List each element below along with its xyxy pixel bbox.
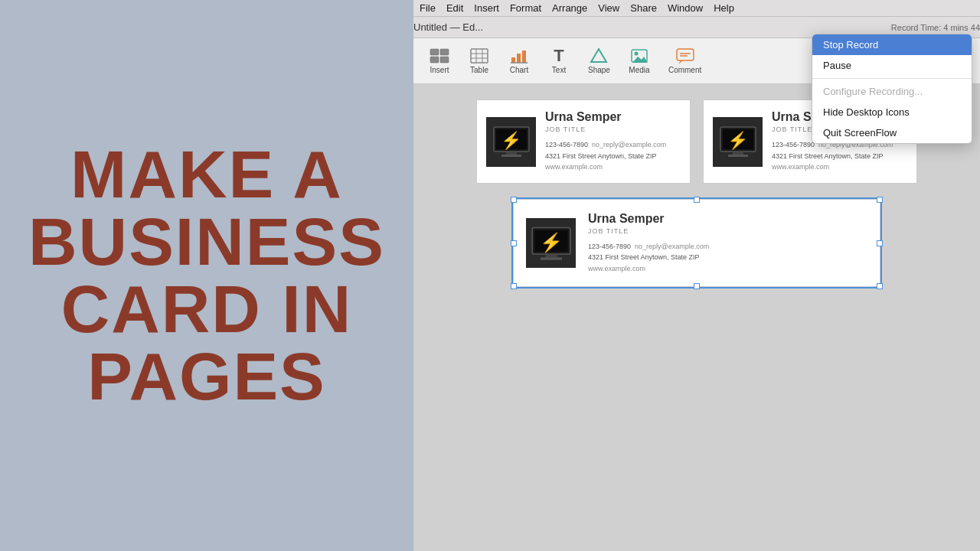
- menu-arrange[interactable]: Arrange: [552, 2, 587, 14]
- card-info-selected: Urna Semper JOB TITLE 123-456-7890 no_re…: [588, 212, 867, 274]
- tutorial-panel: MAKE A BUSINESS CARD IN PAGES: [0, 0, 413, 551]
- handle-bottom-right[interactable]: [877, 283, 883, 289]
- shape-icon: [588, 47, 609, 64]
- card-name-1: Urna Semper: [545, 110, 681, 124]
- card-logo-1: ⚡: [486, 117, 536, 167]
- svg-rect-31: [545, 254, 557, 257]
- chart-label: Chart: [510, 66, 528, 74]
- svg-rect-28: [728, 155, 748, 157]
- pages-app: File Edit Insert Format Arrange View Sha…: [413, 0, 980, 551]
- lightning-icon-1: ⚡: [501, 131, 521, 151]
- menu-edit[interactable]: Edit: [446, 2, 463, 14]
- svg-rect-2: [430, 57, 439, 63]
- menu-share[interactable]: Share: [630, 2, 657, 14]
- svg-rect-27: [733, 152, 743, 155]
- handle-top-center[interactable]: [694, 197, 700, 203]
- media-icon: [629, 47, 650, 64]
- svg-rect-4: [471, 49, 488, 63]
- shape-button[interactable]: Shape: [582, 44, 616, 77]
- separator-1: [812, 78, 972, 79]
- table-button[interactable]: Table: [462, 44, 496, 77]
- text-button[interactable]: T Text: [542, 44, 576, 77]
- card-info-1: Urna Semper JOB TITLE 123-456-7890 no_re…: [545, 110, 681, 172]
- card-name-selected: Urna Semper: [588, 212, 867, 226]
- comment-button[interactable]: Comment: [662, 44, 707, 77]
- svg-rect-0: [430, 49, 439, 55]
- menu-insert[interactable]: Insert: [474, 2, 499, 14]
- stop-record-label: Stop Record: [823, 39, 878, 51]
- svg-rect-1: [440, 49, 449, 55]
- pause-label: Pause: [823, 60, 851, 71]
- svg-marker-16: [632, 57, 648, 63]
- hide-icons-label: Hide Desktop Icons: [823, 106, 910, 118]
- svg-marker-18: [678, 60, 683, 64]
- svg-rect-23: [506, 152, 517, 155]
- menu-file[interactable]: File: [420, 2, 436, 14]
- configure-label: Configure Recording...: [823, 86, 923, 97]
- svg-rect-17: [677, 49, 694, 60]
- handle-middle-left[interactable]: [511, 240, 517, 246]
- record-time: Record Time: 4 mins 44: [891, 23, 980, 32]
- card-details-1: 123-456-7890 no_reply@example.com 4321 F…: [545, 139, 681, 172]
- lightning-icon-selected: ⚡: [540, 232, 563, 253]
- media-label: Media: [629, 66, 649, 74]
- svg-rect-10: [517, 54, 521, 63]
- handle-middle-right[interactable]: [877, 240, 883, 246]
- handle-top-right[interactable]: [877, 197, 883, 203]
- card-job-title-1: JOB TITLE: [545, 126, 681, 133]
- insert-icon: [429, 47, 450, 64]
- svg-rect-11: [522, 51, 526, 63]
- text-icon: T: [548, 47, 570, 64]
- chart-button[interactable]: Chart: [502, 44, 536, 77]
- svg-marker-13: [591, 49, 606, 62]
- insert-label: Insert: [430, 66, 449, 74]
- menu-format[interactable]: Format: [510, 2, 541, 14]
- table-label: Table: [470, 66, 488, 74]
- svg-rect-9: [511, 57, 515, 63]
- document-title: Untitled — Ed...: [413, 21, 483, 33]
- quit-label: Quit ScreenFlow: [823, 127, 897, 139]
- stop-record-item[interactable]: Stop Record: [812, 34, 972, 55]
- svg-rect-3: [440, 57, 449, 63]
- card-job-title-selected: JOB TITLE: [588, 227, 867, 235]
- pause-item[interactable]: Pause: [812, 55, 972, 76]
- svg-point-15: [634, 52, 638, 56]
- shape-label: Shape: [588, 66, 610, 74]
- card-details-selected: 123-456-7890 no_reply@example.com 4321 F…: [588, 241, 867, 274]
- configure-item: Configure Recording...: [812, 81, 972, 102]
- card-logo-2: ⚡: [713, 117, 763, 167]
- insert-button[interactable]: Insert: [423, 44, 456, 77]
- svg-rect-32: [540, 257, 561, 259]
- svg-rect-24: [501, 155, 521, 157]
- card-logo-selected: ⚡: [526, 218, 576, 268]
- business-card-1[interactable]: ⚡ Urna Semper JOB TITLE 123-456-7890 no_…: [476, 99, 691, 184]
- handle-top-left[interactable]: [511, 197, 517, 203]
- media-button[interactable]: Media: [622, 44, 656, 77]
- comment-label: Comment: [668, 66, 701, 74]
- menu-window[interactable]: Window: [668, 2, 703, 14]
- business-card-selected[interactable]: ⚡ Urna Semper JOB TITLE 123-456-7890 no_…: [513, 199, 880, 287]
- lightning-icon-2: ⚡: [727, 131, 748, 151]
- chart-icon: [508, 47, 530, 64]
- document-area: ⚡ Urna Semper JOB TITLE 123-456-7890 no_…: [413, 84, 980, 551]
- screenflow-dropdown: Stop Record Pause Configure Recording...…: [812, 34, 972, 144]
- tutorial-title: MAKE A BUSINESS CARD IN PAGES: [0, 126, 413, 425]
- text-label: Text: [552, 66, 566, 74]
- hide-icons-item[interactable]: Hide Desktop Icons: [812, 102, 972, 122]
- card-details-2: 123-456-7890 no_reply@example.com 4321 F…: [772, 139, 907, 172]
- handle-bottom-left[interactable]: [511, 283, 517, 289]
- menu-view[interactable]: View: [598, 2, 619, 14]
- quit-item[interactable]: Quit ScreenFlow: [812, 122, 972, 143]
- menu-bar: File Edit Insert Format Arrange View Sha…: [413, 0, 980, 17]
- menu-help[interactable]: Help: [714, 2, 734, 14]
- handle-bottom-center[interactable]: [694, 283, 700, 289]
- comment-icon: [675, 47, 696, 64]
- table-icon: [469, 47, 490, 64]
